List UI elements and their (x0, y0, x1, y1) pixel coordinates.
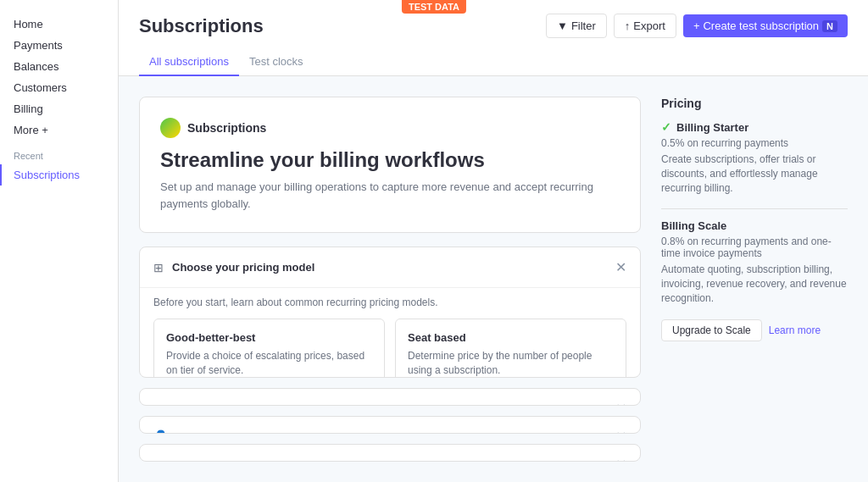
starter-tier-desc: Create subscriptions, offer trials or di… (661, 152, 848, 195)
intro-description: Set up and manage your billing operation… (160, 179, 620, 212)
sidebar-item-home[interactable]: Home (0, 14, 118, 35)
keyboard-badge: N (822, 20, 837, 32)
pricing-model-section: ⊞ Choose your pricing model ✕ Before you… (139, 247, 641, 378)
offer-subscriptions-header[interactable]: ▤ Choose how to offer subscriptions ✕ (140, 389, 640, 406)
pricing-card-1-title: Good-better-best (166, 331, 372, 344)
pricing-panel: Pricing ✓ Billing Starter 0.5% on recurr… (661, 97, 848, 462)
offer-icon: ▤ (153, 402, 164, 406)
customer-portal-section: 👤 Set up customer portal ✕ (139, 416, 641, 434)
pricing-card-seat-based[interactable]: Seat based Determine price by the number… (395, 319, 626, 378)
import-close-button[interactable]: ✕ (615, 457, 626, 462)
sidebar-item-more[interactable]: More + (0, 119, 118, 141)
content-area: Subscriptions Streamline your billing wo… (119, 76, 868, 482)
plus-icon: + (693, 19, 700, 32)
billing-starter-tier: ✓ Billing Starter 0.5% on recurring paym… (661, 120, 848, 195)
pricing-card-good-better-best[interactable]: Good-better-best Provide a choice of esc… (153, 319, 385, 378)
import-subscriptions-section: ⊡ Import existing subscriptions ✕ (139, 444, 641, 462)
import-icon: ⊡ (153, 457, 164, 462)
sidebar-nav: Home Payments Balances Customers Billing… (0, 14, 118, 141)
check-icon-starter: ✓ (661, 120, 671, 134)
portal-close-button[interactable]: ✕ (615, 429, 626, 434)
pricing-cards-grid: Good-better-best Provide a choice of esc… (153, 319, 626, 378)
export-icon: ↑ (625, 19, 631, 32)
pricing-model-icon: ⊞ (153, 261, 164, 274)
upgrade-to-scale-button[interactable]: Upgrade to Scale (661, 319, 762, 341)
starter-tier-name: Billing Starter (676, 121, 748, 134)
pricing-model-body: Before you start, learn about common rec… (140, 287, 640, 378)
pricing-model-title: Choose your pricing model (172, 261, 314, 274)
main-content: Subscriptions ▼ Filter ↑ Export + Create… (119, 0, 868, 482)
test-data-banner: TEST DATA (402, 0, 466, 14)
scale-tier-rate: 0.8% on recurring payments and one-time … (661, 235, 848, 259)
pricing-panel-title: Pricing (661, 97, 848, 110)
pricing-model-close-button[interactable]: ✕ (615, 259, 626, 275)
pricing-card-2-title: Seat based (408, 331, 614, 344)
intro-section: Subscriptions Streamline your billing wo… (139, 97, 641, 233)
offer-close-button[interactable]: ✕ (615, 401, 626, 406)
pricing-actions: Upgrade to Scale Learn more (661, 319, 848, 341)
customer-portal-header[interactable]: 👤 Set up customer portal ✕ (140, 417, 640, 434)
pricing-card-2-desc: Determine price by the number of people … (408, 349, 614, 378)
filter-button[interactable]: ▼ Filter (546, 14, 607, 38)
tier-divider (661, 208, 848, 209)
intro-logo-title: Subscriptions (187, 121, 266, 135)
recent-label: Recent (0, 141, 118, 164)
sidebar-item-customers[interactable]: Customers (0, 77, 118, 98)
import-subscriptions-header[interactable]: ⊡ Import existing subscriptions ✕ (140, 445, 640, 462)
portal-icon: 👤 (153, 429, 168, 434)
header-actions: ▼ Filter ↑ Export + Create test subscrip… (546, 14, 848, 38)
offer-subscriptions-section: ▤ Choose how to offer subscriptions ✕ (139, 388, 641, 406)
sidebar-item-balances[interactable]: Balances (0, 56, 118, 77)
page-tabs: All subscriptions Test clocks (139, 48, 848, 75)
portal-title: Set up customer portal (176, 430, 297, 434)
intro-title: Streamline your billing workflows (160, 148, 620, 172)
page-header: Subscriptions ▼ Filter ↑ Export + Create… (119, 0, 868, 76)
tab-test-clocks[interactable]: Test clocks (239, 48, 314, 76)
filter-icon: ▼ (557, 19, 568, 32)
sidebar: Home Payments Balances Customers Billing… (0, 0, 119, 482)
content-main: Subscriptions Streamline your billing wo… (139, 97, 641, 462)
scale-tier-desc: Automate quoting, subscription billing, … (661, 263, 848, 305)
create-test-subscription-button[interactable]: + Create test subscription N (683, 14, 848, 37)
sidebar-item-billing[interactable]: Billing (0, 98, 118, 119)
sidebar-item-payments[interactable]: Payments (0, 35, 118, 56)
page-title: Subscriptions (139, 15, 264, 37)
starter-tier-rate: 0.5% on recurring payments (661, 137, 848, 149)
scale-tier-name: Billing Scale (661, 219, 726, 232)
import-title: Import existing subscriptions (172, 458, 326, 462)
pricing-model-header[interactable]: ⊞ Choose your pricing model ✕ (140, 247, 640, 287)
pricing-model-desc: Before you start, learn about common rec… (153, 288, 626, 319)
learn-more-link[interactable]: Learn more (769, 320, 821, 341)
offer-title: Choose how to offer subscriptions (173, 402, 355, 406)
pricing-card-1-desc: Provide a choice of escalating prices, b… (166, 349, 372, 378)
subscriptions-logo-icon (160, 118, 181, 138)
tab-all-subscriptions[interactable]: All subscriptions (139, 48, 239, 76)
billing-scale-tier: Billing Scale 0.8% on recurring payments… (661, 219, 848, 305)
sidebar-item-subscriptions[interactable]: Subscriptions (0, 164, 118, 186)
export-button[interactable]: ↑ Export (614, 14, 676, 38)
